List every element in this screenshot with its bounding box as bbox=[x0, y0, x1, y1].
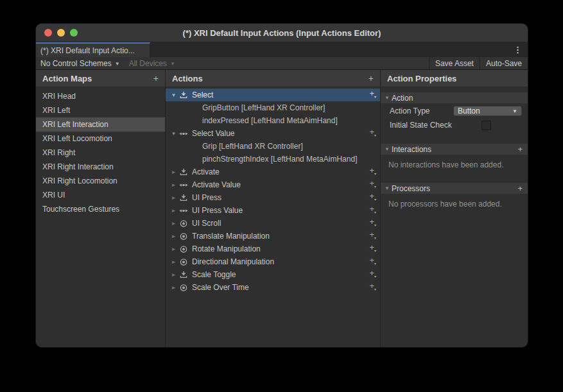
disclosure-triangle-expanded-icon[interactable] bbox=[169, 131, 178, 137]
save-asset-button[interactable]: Save Asset bbox=[429, 57, 480, 69]
add-action-map-button[interactable]: + bbox=[153, 73, 159, 83]
add-binding-button[interactable]: + bbox=[369, 230, 376, 243]
binding-row[interactable]: GripButton [LeftHand XR Controller] bbox=[166, 101, 380, 114]
add-binding-button[interactable]: + bbox=[369, 166, 376, 178]
add-binding-button[interactable]: + bbox=[369, 243, 376, 255]
actions-title: Actions bbox=[172, 74, 203, 83]
toolbar: No Control Schemes ▼ All Devices ▼ Save … bbox=[36, 57, 528, 70]
disclosure-triangle-expanded-icon[interactable] bbox=[383, 95, 392, 101]
disclosure-triangle-collapsed-icon[interactable] bbox=[169, 234, 178, 239]
action-row[interactable]: Translate Manipulation + bbox=[166, 230, 380, 243]
action-map-row[interactable]: XRI Right bbox=[36, 146, 165, 160]
disclosure-triangle-collapsed-icon[interactable] bbox=[169, 195, 178, 201]
add-binding-button[interactable]: + bbox=[369, 217, 376, 230]
kebab-menu-icon[interactable]: ⋮ bbox=[514, 42, 522, 57]
action-row[interactable]: UI Scroll + bbox=[166, 217, 380, 230]
chevron-down-icon: ▼ bbox=[512, 108, 517, 114]
add-action-button[interactable]: + bbox=[368, 73, 374, 83]
action-label: UI Scroll bbox=[192, 219, 369, 228]
vector2-type-icon bbox=[179, 232, 188, 241]
action-label: Rotate Manipulation bbox=[192, 244, 369, 253]
disclosure-triangle-collapsed-icon[interactable] bbox=[169, 272, 178, 278]
add-processor-button[interactable]: + bbox=[517, 183, 523, 193]
disclosure-triangle-collapsed-icon[interactable] bbox=[169, 221, 178, 226]
disclosure-triangle-collapsed-icon[interactable] bbox=[169, 182, 178, 188]
auto-save-button[interactable]: Auto-Save bbox=[480, 57, 528, 69]
action-row[interactable]: Directional Manipulation + bbox=[166, 255, 380, 268]
processors-section-title: Processors bbox=[392, 184, 430, 193]
vector2-type-icon bbox=[179, 284, 188, 292]
zoom-window-button[interactable] bbox=[70, 29, 78, 37]
add-binding-button[interactable]: + bbox=[369, 269, 376, 281]
action-row[interactable]: Select Value + bbox=[166, 127, 380, 140]
devices-label: All Devices bbox=[129, 59, 167, 68]
disclosure-triangle-expanded-icon[interactable] bbox=[383, 146, 392, 152]
chevron-down-icon: ▼ bbox=[115, 61, 120, 67]
action-row[interactable]: Activate Value + bbox=[166, 178, 380, 191]
disclosure-triangle-collapsed-icon[interactable] bbox=[169, 285, 178, 291]
action-row-selected[interactable]: Select + bbox=[166, 89, 380, 101]
action-row[interactable]: UI Press Value + bbox=[166, 204, 380, 217]
action-label: Scale Toggle bbox=[192, 270, 369, 279]
binding-row[interactable]: pinchStrengthIndex [LeftHand MetaAimHand… bbox=[166, 153, 380, 166]
action-type-row: Action Type Button ▼ bbox=[381, 105, 528, 117]
action-section-bar[interactable]: Action bbox=[381, 92, 528, 103]
action-map-row[interactable]: XRI Head bbox=[36, 89, 165, 103]
action-type-dropdown[interactable]: Button ▼ bbox=[453, 106, 522, 116]
input-actions-editor-window: (*) XRI Default Input Actions (Input Act… bbox=[36, 24, 528, 347]
interactions-empty-text: No interactions have been added. bbox=[381, 155, 528, 169]
processors-section-bar[interactable]: Processors + bbox=[381, 183, 528, 194]
action-maps-panel: Action Maps + XRI Head XRI Left XRI Left… bbox=[36, 70, 166, 347]
action-row[interactable]: Activate + bbox=[166, 166, 380, 178]
add-binding-button[interactable]: + bbox=[369, 192, 376, 204]
actions-panel: Actions + Select + GripButton [LeftHand … bbox=[166, 70, 381, 347]
asset-tab[interactable]: (*) XRI Default Input Actio... bbox=[36, 42, 150, 57]
disclosure-triangle-collapsed-icon[interactable] bbox=[169, 169, 178, 175]
add-interaction-button[interactable]: + bbox=[517, 144, 523, 154]
add-binding-button[interactable]: + bbox=[369, 179, 376, 191]
value-type-icon bbox=[179, 130, 188, 138]
action-label: UI Press Value bbox=[192, 206, 369, 215]
control-schemes-label: No Control Schemes bbox=[40, 59, 112, 68]
action-row[interactable]: Scale Over Time + bbox=[166, 281, 380, 294]
action-label: Activate bbox=[192, 167, 369, 176]
action-map-row[interactable]: XRI Left bbox=[36, 103, 165, 117]
minimize-window-button[interactable] bbox=[57, 29, 65, 37]
control-schemes-dropdown[interactable]: No Control Schemes ▼ bbox=[36, 57, 125, 69]
disclosure-triangle-expanded-icon[interactable] bbox=[169, 92, 178, 98]
tab-bar: (*) XRI Default Input Actio... ⋮ bbox=[36, 42, 528, 57]
initial-state-check-checkbox[interactable] bbox=[481, 121, 491, 130]
disclosure-triangle-collapsed-icon[interactable] bbox=[169, 246, 178, 252]
interactions-section-bar[interactable]: Interactions + bbox=[381, 144, 528, 155]
add-binding-button[interactable]: + bbox=[369, 89, 376, 101]
add-binding-button[interactable]: + bbox=[369, 205, 376, 217]
main-area: Action Maps + XRI Head XRI Left XRI Left… bbox=[36, 70, 528, 347]
action-map-row[interactable]: XRI Left Locomotion bbox=[36, 132, 165, 146]
disclosure-triangle-expanded-icon[interactable] bbox=[383, 185, 392, 191]
add-binding-button[interactable]: + bbox=[369, 128, 376, 140]
button-type-icon bbox=[179, 168, 188, 176]
action-row[interactable]: Scale Toggle + bbox=[166, 268, 380, 281]
action-map-row[interactable]: XRI Right Interaction bbox=[36, 160, 165, 174]
action-label: Select Value bbox=[192, 129, 369, 138]
action-label: Directional Manipulation bbox=[192, 257, 369, 266]
action-map-row[interactable]: XRI UI bbox=[36, 188, 165, 202]
action-map-row[interactable]: Touchscreen Gestures bbox=[36, 202, 165, 216]
action-map-row-selected[interactable]: XRI Left Interaction bbox=[36, 117, 165, 132]
binding-row[interactable]: indexPressed [LeftHand MetaAimHand] bbox=[166, 114, 380, 127]
vector2-type-icon bbox=[179, 258, 188, 266]
binding-row[interactable]: Grip [LeftHand XR Controller] bbox=[166, 140, 380, 153]
vector2-type-icon bbox=[179, 219, 188, 228]
close-window-button[interactable] bbox=[44, 29, 52, 37]
window-title: (*) XRI Default Input Actions (Input Act… bbox=[183, 28, 381, 38]
action-properties-title: Action Properties bbox=[387, 74, 456, 83]
disclosure-triangle-collapsed-icon[interactable] bbox=[169, 208, 178, 214]
action-type-value: Button bbox=[458, 107, 480, 115]
add-binding-button[interactable]: + bbox=[369, 282, 376, 294]
disclosure-triangle-collapsed-icon[interactable] bbox=[169, 259, 178, 265]
button-type-icon bbox=[179, 194, 188, 202]
add-binding-button[interactable]: + bbox=[369, 256, 376, 268]
action-row[interactable]: Rotate Manipulation + bbox=[166, 243, 380, 255]
action-row[interactable]: UI Press + bbox=[166, 191, 380, 204]
action-map-row[interactable]: XRI Right Locomotion bbox=[36, 174, 165, 188]
